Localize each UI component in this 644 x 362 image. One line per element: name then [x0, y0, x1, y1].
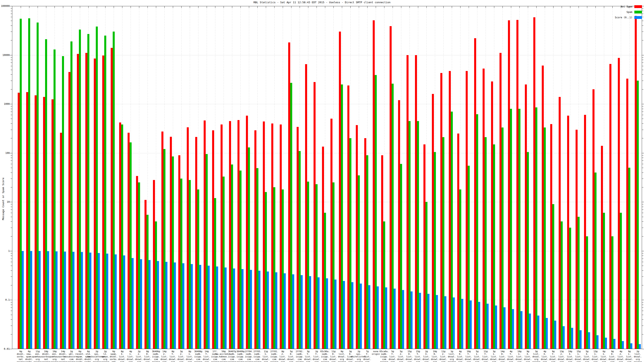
y-minor-tick — [11, 21, 12, 21]
y-minor-tick — [11, 119, 12, 119]
x-tick-label: 5@ 2. list. dnswl. org origin — [397, 350, 405, 362]
x-tick-label: 5@ Y. list. dnswl. org origin — [388, 350, 397, 362]
x-top-tick — [308, 6, 308, 8]
x-tick-label: 8@ Y. list. dnswl. org origin — [169, 350, 177, 362]
y-minor-tick — [642, 60, 644, 60]
y-minor-tick — [11, 160, 12, 161]
y-minor-tick — [11, 8, 12, 8]
y-minor-tick — [11, 138, 12, 138]
x-top-tick — [105, 6, 106, 8]
x-tick-label: 11@ Y. list. dnswl. org origin — [482, 350, 490, 362]
x-tick-label: 5@ 1. list. dnswl. org origin — [473, 350, 481, 362]
y-minor-tick — [11, 158, 12, 158]
x-top-tick — [240, 6, 241, 8]
y-tick-label: 0.01 — [0, 348, 10, 350]
y-minor-tick — [642, 40, 644, 40]
y-axis-title: Message Count or Spam Score — [2, 178, 5, 220]
x-tick-label: 10@ Y. list. dnswl. org origin — [465, 350, 473, 362]
x-tick-label: 3@ list. dnswl. org origin — [532, 350, 540, 362]
x-top-tick — [130, 6, 131, 8]
y-minor-tick — [11, 11, 12, 11]
y-minor-tick — [11, 168, 12, 168]
x-tick-label: 9@ Y. list. dnswl. org origin — [549, 350, 557, 362]
x-top-tick — [190, 6, 190, 8]
y-minor-tick — [642, 262, 644, 262]
y-minor-tick — [11, 311, 12, 311]
y-minor-tick — [11, 277, 12, 277]
y-minor-tick — [642, 119, 644, 119]
x-top-tick — [156, 6, 156, 8]
x-top-tick — [207, 6, 207, 8]
y-minor-tick — [11, 74, 12, 75]
x-tick-label: 15@ 0. list. dnswl. org origin — [406, 350, 414, 362]
y-minor-tick — [642, 253, 644, 253]
x-tick-label: 11@ 0. list. dnswl. org origin — [330, 350, 338, 362]
y-minor-tick — [11, 130, 12, 130]
x-tick-label: 8@ 2. list. dnswl. org origin — [279, 350, 287, 362]
x-top-tick — [29, 6, 30, 8]
y-minor-tick — [11, 14, 12, 14]
x-tick-label: 3@ 1. list. dnswl. org origin — [490, 350, 498, 362]
y-major-tick — [642, 202, 644, 202]
x-tick-label: 2ff02. iadb. isipp. com origin — [296, 350, 304, 362]
y-minor-tick — [11, 319, 12, 320]
y-minor-tick — [642, 210, 644, 210]
y-minor-tick — [11, 302, 12, 303]
x-top-tick — [494, 6, 494, 8]
y-major-tick — [642, 300, 644, 300]
x-tick-label: 6@ dnsbl. sorbs. net origin — [17, 350, 25, 362]
x-tick-label: 6@ recent. spam. dnsbl. sorbs. net origi… — [75, 350, 84, 362]
y-tick-label: 100 — [0, 152, 10, 154]
y-minor-tick — [642, 259, 644, 259]
y-minor-tick — [642, 74, 644, 75]
x-top-tick — [469, 6, 469, 8]
x-tick-label: 11@ 1. list. dnswl. org origin — [262, 350, 270, 362]
y-major-tick — [10, 104, 12, 104]
x-top-tick — [418, 6, 418, 8]
x-top-tick — [334, 6, 334, 8]
x-top-tick — [359, 6, 359, 8]
x-tick-label: 10@ 3. list. dnswl. org origin — [566, 350, 574, 362]
y-minor-tick — [642, 319, 644, 320]
x-top-tick — [72, 6, 72, 8]
y-minor-tick — [11, 256, 12, 256]
x-top-tick — [401, 6, 401, 8]
x-tick-label: 4@ 0. list. dnswl. org origin — [456, 350, 464, 362]
y-minor-tick — [11, 66, 12, 66]
x-top-tick — [367, 6, 368, 8]
y-minor-tick — [642, 14, 644, 14]
y-minor-tick — [11, 60, 12, 60]
legend-label: Spam — [626, 11, 632, 13]
x-top-tick — [410, 6, 410, 8]
y-minor-tick — [11, 326, 12, 326]
x-tick-label: 36408@ iadb. isipp. com origin — [194, 350, 202, 362]
x-top-tick — [604, 6, 604, 8]
y-minor-tick — [642, 160, 644, 161]
x-tick-label: 8@ 0. list. dnswl. org origin — [144, 350, 152, 362]
x-tick-label: 36409@ iadb. isipp. com origin — [236, 350, 244, 362]
x-top-tick — [486, 6, 486, 8]
x-tick-label: 7@ Y. list. dnswl. org origin — [363, 350, 371, 362]
y-tick-label: 10 — [0, 201, 10, 203]
x-top-tick — [553, 6, 554, 8]
y-minor-tick — [11, 228, 12, 228]
x-tick-label: 9@ 0. list. dnswl. org origin — [608, 350, 616, 362]
x-top-tick — [46, 6, 46, 8]
x-tick-label: 11@ 2. list. dnswl. org origin — [439, 350, 448, 362]
y-minor-tick — [642, 31, 644, 32]
legend-entry: Not Spam — [615, 5, 642, 8]
x-top-tick — [443, 6, 444, 8]
y-minor-tick — [642, 228, 644, 228]
x-top-tick — [54, 6, 55, 8]
y-minor-tick — [642, 8, 644, 8]
x-top-tick — [452, 6, 452, 8]
y-minor-tick — [11, 236, 12, 237]
x-tick-label: 11@ zen. spamhaus. org origin — [32, 350, 44, 362]
y-minor-tick — [642, 112, 644, 112]
legend-label: Not Spam — [621, 5, 632, 8]
x-top-tick — [283, 6, 283, 8]
x-top-tick — [249, 6, 249, 8]
x-top-tick — [181, 6, 182, 8]
y-minor-tick — [11, 164, 12, 164]
y-minor-tick — [11, 62, 12, 63]
